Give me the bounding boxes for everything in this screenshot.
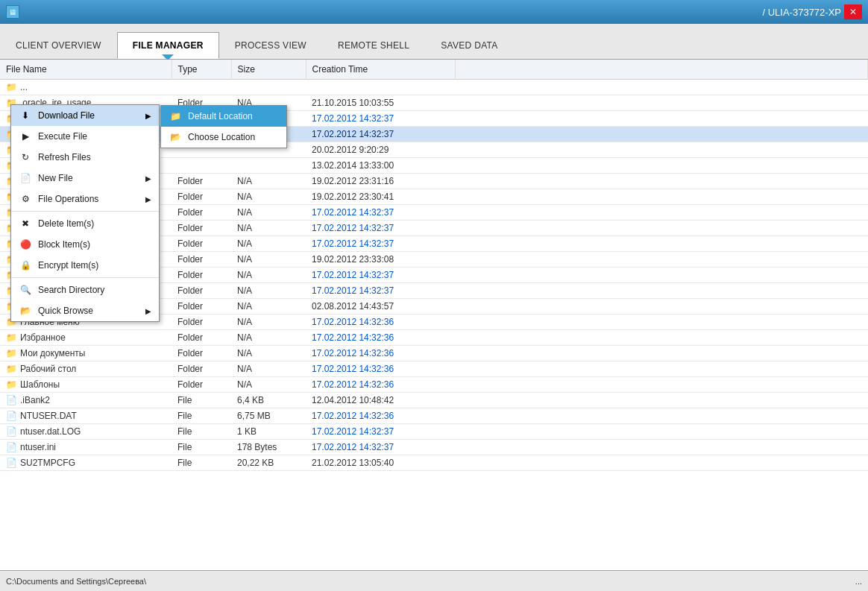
cell-time: 17.02.2012 14:32:37 — [306, 283, 455, 299]
cell-time: 19.02.2012 23:30:41 — [306, 189, 455, 205]
cell-extra — [455, 299, 868, 315]
menu-label-quick-browse: Quick Browse — [38, 306, 93, 316]
menu-icon-delete-items: ✖ — [19, 217, 32, 230]
cell-extra — [455, 440, 868, 455]
submenu-item-choose-location[interactable]: 📂Choose Location — [161, 127, 286, 148]
cell-size: 6,4 KB — [231, 393, 306, 408]
table-row[interactable]: 📁Избранное Folder N/A 17.02.2012 14:32:3… — [0, 330, 868, 346]
table-row[interactable]: 📄NTUSER.DAT File 6,75 MB 17.02.2012 14:3… — [0, 408, 868, 424]
menu-icon-file-operations: ⚙ — [19, 192, 32, 206]
submenu-icon-choose-location: 📂 — [169, 130, 182, 144]
col-filename: File Name — [0, 60, 172, 80]
tab-client-overview[interactable]: CLIENT OVERVIEW — [0, 32, 117, 59]
tab-saved-data[interactable]: SAVED DATA — [425, 32, 513, 59]
menu-item-container: 📄New File▶ — [11, 168, 159, 189]
status-dots: ... — [855, 577, 862, 586]
cell-type: Folder — [172, 205, 231, 221]
cell-size: N/A — [231, 252, 306, 268]
tab-file-manager[interactable]: FILE MANAGER — [117, 32, 219, 59]
menu-item-file-operations[interactable]: ⚙File Operations▶ — [11, 189, 159, 209]
menu-label-refresh-files: Refresh Files — [38, 152, 91, 162]
cell-extra — [455, 377, 868, 393]
submenu-arrow: ▶ — [145, 195, 151, 203]
cell-type: Folder — [172, 283, 231, 299]
cell-size: N/A — [231, 236, 306, 252]
cell-time: 17.02.2012 14:32:37 — [306, 440, 455, 455]
table-row[interactable]: 📁Шаблоны Folder N/A 17.02.2012 14:32:36 — [0, 377, 868, 393]
menu-icon-search-directory: 🔍 — [19, 283, 32, 297]
menu-item-container: 🔴Block Item(s) — [11, 234, 159, 255]
cell-time: 17.02.2012 14:32:36 — [306, 346, 455, 361]
file-icon: 📄 — [6, 395, 17, 405]
cell-size: N/A — [231, 205, 306, 221]
col-type: Type — [172, 60, 231, 80]
cell-time: 17.02.2012 14:32:36 — [306, 377, 455, 393]
menu-item-execute-file[interactable]: ▶Execute File — [11, 126, 159, 147]
menu-icon-download-file: ⬇ — [19, 109, 32, 122]
menu-icon-block-items: 🔴 — [19, 238, 32, 251]
status-bar: C:\Documents and Settings\Сергеева\ ... — [0, 570, 868, 591]
submenu-arrow: ▶ — [145, 307, 151, 315]
menu-item-refresh-files[interactable]: ↻Refresh Files — [11, 147, 159, 168]
menu-item-encrypt-items[interactable]: 🔒Encrypt Item(s) — [11, 255, 159, 276]
main-content: File Name Type Size Creation Time 📁... 📁… — [0, 60, 868, 570]
cell-type: Folder — [172, 299, 231, 315]
cell-type: File — [172, 408, 231, 424]
table-row[interactable]: 📄SU2TMPCFG File 20,22 KB 21.02.2012 13:0… — [0, 455, 868, 471]
cell-type: Folder — [172, 189, 231, 205]
table-row[interactable]: 📄.iBank2 File 6,4 KB 12.04.2012 10:48:42 — [0, 393, 868, 408]
table-row[interactable]: 📄ntuser.ini File 178 Bytes 17.02.2012 14… — [0, 440, 868, 455]
submenu-item-default-location[interactable]: 📁Default Location — [161, 106, 286, 127]
table-row[interactable]: 📁Мои документы Folder N/A 17.02.2012 14:… — [0, 346, 868, 361]
cell-extra — [455, 189, 868, 205]
cell-extra — [455, 424, 868, 440]
cell-time: 19.02.2012 23:33:08 — [306, 252, 455, 268]
menu-item-block-items[interactable]: 🔴Block Item(s) — [11, 234, 159, 255]
cell-type: File — [172, 455, 231, 471]
cell-time: 17.02.2012 14:32:37 — [306, 111, 455, 127]
menu-separator — [11, 277, 159, 278]
menu-icon-execute-file: ▶ — [19, 130, 32, 143]
menu-item-new-file[interactable]: 📄New File▶ — [11, 168, 159, 189]
menu-item-container: 📂Quick Browse▶ — [11, 300, 159, 321]
folder-icon: 📁 — [6, 379, 17, 390]
cell-size: N/A — [231, 346, 306, 361]
folder-icon: 📁 — [6, 82, 17, 92]
cell-filename: 📄ntuser.ini — [0, 440, 172, 455]
cell-size: N/A — [231, 268, 306, 283]
cell-time: 17.02.2012 14:32:36 — [306, 408, 455, 424]
menu-item-quick-browse[interactable]: 📂Quick Browse▶ — [11, 300, 159, 321]
menu-item-download-file[interactable]: ⬇Download File▶ — [11, 105, 159, 126]
menu-item-container: ↻Refresh Files — [11, 147, 159, 168]
menu-label-delete-items: Delete Item(s) — [38, 218, 94, 229]
table-row[interactable]: 📁Рабочий стол Folder N/A 17.02.2012 14:3… — [0, 361, 868, 377]
cell-size: 6,75 MB — [231, 408, 306, 424]
cell-filename: 📁... — [0, 80, 172, 95]
file-icon: 📄 — [6, 442, 17, 452]
cell-size: N/A — [231, 189, 306, 205]
tab-process-view[interactable]: PROCESS VIEW — [219, 32, 322, 59]
cell-extra — [455, 127, 868, 142]
menu-item-container: 🔒Encrypt Item(s) — [11, 255, 159, 276]
cell-time: 17.02.2012 14:32:36 — [306, 330, 455, 346]
cell-size: N/A — [231, 299, 306, 315]
table-row[interactable]: 📄ntuser.dat.LOG File 1 KB 17.02.2012 14:… — [0, 424, 868, 440]
menu-icon-new-file: 📄 — [19, 171, 32, 185]
cell-type: Folder — [172, 346, 231, 361]
cell-time: 17.02.2012 14:32:36 — [306, 361, 455, 377]
menu-icon-refresh-files: ↻ — [19, 151, 32, 164]
table-row[interactable]: 📁... — [0, 80, 868, 95]
menu-items-container: ⬇Download File▶📁Default Location📂Choose … — [11, 105, 159, 321]
tab-remote-shell[interactable]: REMOTE SHELL — [322, 32, 425, 59]
cell-time: 17.02.2012 14:32:37 — [306, 205, 455, 221]
current-path: C:\Documents and Settings\Сергеева\ — [6, 577, 146, 586]
cell-size: N/A — [231, 174, 306, 189]
menu-item-search-directory[interactable]: 🔍Search Directory — [11, 279, 159, 300]
menu-separator — [11, 211, 159, 212]
submenu-arrow: ▶ — [145, 112, 151, 120]
cell-type: File — [172, 440, 231, 455]
menu-item-delete-items[interactable]: ✖Delete Item(s) — [11, 213, 159, 234]
menu-label-block-items: Block Item(s) — [38, 239, 90, 250]
cell-size: N/A — [231, 361, 306, 377]
close-button[interactable]: ✕ — [844, 4, 862, 19]
